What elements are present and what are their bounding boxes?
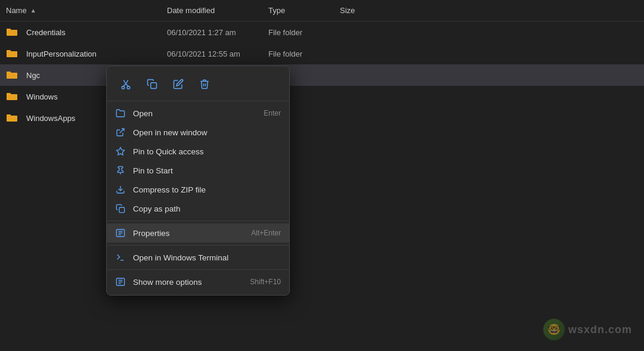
terminal-icon [115,252,126,263]
folder-icon [6,113,18,123]
context-item-label: Copy as path [133,204,281,213]
file-row-selected[interactable]: Ngc [0,64,644,86]
svg-rect-2 [151,83,157,89]
open-new-window-icon [115,127,126,138]
context-item-label: Compress to ZIP file [133,185,281,194]
context-toolbar [107,70,289,101]
file-type: File folder [268,28,340,37]
folder-icon [6,49,18,58]
file-row[interactable]: Credentials 06/10/2021 1:27 am File fold… [0,21,644,43]
col-header-type[interactable]: Type [268,6,340,15]
copy-path-icon [115,203,126,214]
separator [107,269,289,270]
col-header-date[interactable]: Date modified [167,6,268,15]
sort-arrow-icon: ▲ [30,7,36,14]
folder-icon [6,70,18,80]
context-item-label: Show more options [133,278,243,287]
context-menu: Open Enter Open in new window Pin to Qui… [106,66,290,296]
properties-icon [115,228,126,238]
context-item-label: Open [133,109,256,118]
separator [107,245,289,246]
context-item-show-more[interactable]: Show more options Shift+F10 [107,272,289,291]
explorer-window: Name ▲ Date modified Type Size Credentia… [0,0,644,351]
file-row[interactable]: Windows [0,86,644,107]
context-item-compress-zip[interactable]: Compress to ZIP file [107,180,289,199]
context-item-open[interactable]: Open Enter [107,104,289,123]
folder-icon [6,92,18,101]
watermark-text: wsxdn.com [568,324,632,336]
delete-icon [199,79,210,89]
context-item-shortcut: Alt+Enter [251,229,281,237]
watermark: 🤓 wsxdn.com [543,319,632,340]
context-item-label: Open in new window [133,128,281,137]
col-header-name[interactable]: Name ▲ [6,6,167,15]
context-item-label: Open in Windows Terminal [133,253,281,262]
context-item-label: Pin to Start [133,166,281,175]
file-name: InputPersonalization [26,49,97,58]
copy-icon [147,79,157,89]
copy-button[interactable] [141,73,163,95]
context-item-shortcut: Shift+F10 [250,278,281,286]
file-name: Windows [26,92,58,101]
context-item-shortcut: Enter [264,109,281,117]
file-date: 06/10/2021 1:27 am [167,28,268,37]
context-item-pin-quick[interactable]: Pin to Quick access [107,142,289,161]
file-name: WindowsApps [26,114,75,123]
file-row[interactable]: InputPersonalization 06/10/2021 12:55 am… [0,43,644,64]
file-list: Credentials 06/10/2021 1:27 am File fold… [0,21,644,129]
pin-quick-icon [115,146,126,157]
context-item-open-terminal[interactable]: Open in Windows Terminal [107,248,289,267]
file-name: Ngc [26,71,40,80]
more-options-icon [115,277,126,287]
svg-rect-7 [119,207,125,213]
context-item-pin-start[interactable]: Pin to Start [107,161,289,180]
rename-button[interactable] [168,73,189,95]
folder-icon [6,27,18,37]
pin-start-icon [115,165,126,176]
delete-button[interactable] [194,73,215,95]
cut-button[interactable] [115,73,137,95]
context-item-copy-path[interactable]: Copy as path [107,199,289,218]
file-date: 06/10/2021 12:55 am [167,49,268,58]
cut-icon [120,79,131,89]
context-item-label: Pin to Quick access [133,147,281,156]
context-item-label: Properties [133,229,244,238]
svg-line-3 [120,129,124,133]
col-header-size[interactable]: Size [340,6,388,15]
file-row[interactable]: WindowsApps [0,107,644,129]
svg-marker-4 [116,147,124,155]
watermark-logo: 🤓 [543,319,565,340]
context-item-properties[interactable]: Properties Alt+Enter [107,223,289,243]
open-icon [115,108,126,119]
rename-icon [173,79,184,89]
context-item-open-new-window[interactable]: Open in new window [107,123,289,142]
file-type: File folder [268,49,340,58]
separator [107,220,289,221]
column-header-row: Name ▲ Date modified Type Size [0,0,644,21]
compress-icon [115,184,126,195]
file-name: Credentials [26,28,66,37]
